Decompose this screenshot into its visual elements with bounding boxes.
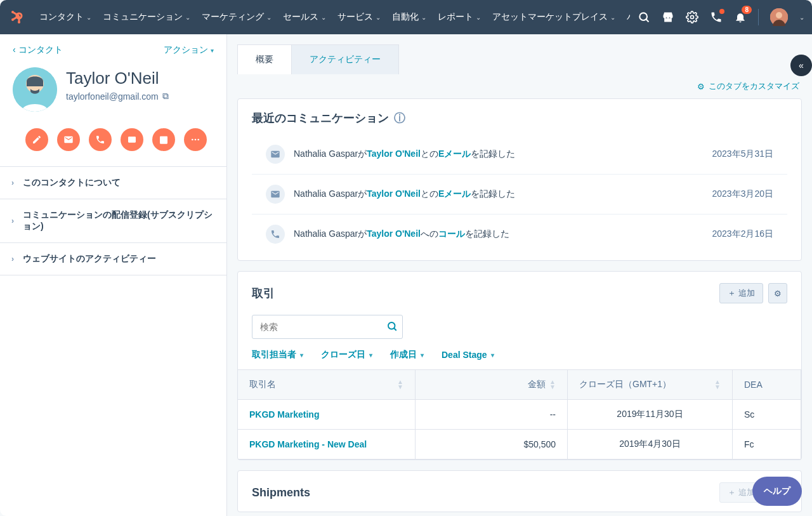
cell-amount: -- [416,400,568,430]
chevron-right-icon: › [11,178,14,187]
communication-item[interactable]: Nathalia GasparがTaylor O'NeilとのEメールを記録した… [252,135,787,174]
cell-closedate: 2019年11月30日 [568,400,733,430]
chevron-down-icon: ⌄ [86,14,91,21]
col-dealname[interactable]: 取引名▲▼ [238,370,416,400]
shipments-title: Shipments [252,486,310,499]
accordion-subscription[interactable]: ›コミュニケーションの配信登録(サブスクリプション) [0,199,226,243]
search-icon[interactable] [379,321,405,334]
cell-dealname[interactable]: PKGD Marketing [238,400,416,430]
tab-activity[interactable]: アクティビティー [292,44,399,74]
table-head: 取引名▲▼ 金額▲▼ クローズ日（GMT+1）▲▼ DEA [238,370,801,400]
filter-closedate[interactable]: クローズ日▾ [321,349,372,361]
nav-reports[interactable]: レポート⌄ [433,6,486,28]
cell-stage: Sc [733,400,801,430]
chevron-right-icon: › [11,216,14,225]
nav-marketing[interactable]: マーケティング⌄ [197,6,277,28]
log-button[interactable] [121,128,143,151]
filter-owner[interactable]: 取引担当者▾ [252,349,303,361]
communication-date: 2023年3月20日 [712,189,773,200]
main-content: 概要 アクティビティー ⚙このタブをカスタマイズ 最近のコミュニケーションⓘ N… [227,34,812,516]
nav-service[interactable]: サービス⌄ [332,6,386,28]
marketplace-icon[interactable] [662,11,674,23]
add-deal-button[interactable]: ＋追加 [719,283,763,303]
accordion-website-activity[interactable]: ›ウェブサイトのアクティビティー [0,243,226,275]
nav-marketplace[interactable]: アセットマーケットプレイス⌄ [487,6,620,28]
email-icon [266,185,285,204]
accordion-about[interactable]: ›このコンタクトについて [0,167,226,199]
svg-rect-14 [128,136,136,142]
search-icon[interactable] [638,11,650,23]
sort-icon: ▲▼ [549,380,556,390]
deal-settings-button[interactable]: ⚙ [768,283,787,303]
communication-text: Nathalia GasparがTaylor O'NeilとのEメールを記録した [294,149,712,160]
deal-search-input[interactable] [252,315,379,338]
deals-table: 取引名▲▼ 金額▲▼ クローズ日（GMT+1）▲▼ DEA PKGD Marke… [238,369,801,460]
nav-partners[interactable]: パートナー [622,6,630,28]
phone-icon[interactable] [710,11,723,23]
chevron-down-icon: ⌄ [266,14,272,21]
col-closedate[interactable]: クローズ日（GMT+1）▲▼ [568,370,733,400]
svg-line-8 [646,19,648,22]
top-nav: コンタクト⌄ コミュニケーション⌄ マーケティング⌄ セールス⌄ サービス⌄ 自… [0,0,812,34]
more-button[interactable] [184,128,207,151]
filter-createdate[interactable]: 作成日▾ [390,349,424,361]
col-amount[interactable]: 金額▲▼ [416,370,568,400]
tab-overview[interactable]: 概要 [237,44,292,74]
back-link[interactable]: ‹ コンタクト [13,44,63,56]
customize-tab-link[interactable]: ⚙このタブをカスタマイズ [697,81,799,92]
actions-dropdown[interactable]: アクション ▾ [164,44,214,56]
deals-title: 取引 [252,286,275,301]
deal-search[interactable] [252,315,403,339]
nav-sales[interactable]: セールス⌄ [278,6,331,28]
table-row: PKGD Marketing - New Deal $50,500 2019年4… [238,430,801,460]
svg-point-20 [388,322,395,329]
chevron-down-icon[interactable]: ⌄ [799,14,804,21]
collapse-panel-button[interactable]: « [790,55,812,76]
contact-profile: Taylor O'Neil taylorfoneil@gmail.com⧉ [0,61,226,123]
svg-point-5 [11,18,14,21]
svg-point-6 [18,21,20,23]
communication-text: Nathalia GasparがTaylor O'NeilとのEメールを記録した [294,189,712,200]
communications-card: 最近のコミュニケーションⓘ Nathalia GasparがTaylor O'N… [237,98,802,261]
nav-automation[interactable]: 自動化⌄ [387,6,431,28]
contact-email: taylorfoneil@gmail.com⧉ [66,91,169,102]
chevron-down-icon: ⌄ [185,14,190,21]
email-button[interactable] [57,128,80,151]
tabs: 概要 アクティビティー [237,44,802,74]
nav-icons: 8 ⌄ [638,8,804,26]
svg-rect-16 [160,136,167,138]
note-button[interactable] [25,128,48,151]
nav-communications[interactable]: コミュニケーション⌄ [98,6,195,28]
user-avatar[interactable] [770,8,788,26]
info-icon[interactable]: ⓘ [394,110,405,126]
cell-closedate: 2019年4月30日 [568,430,733,460]
phone-icon [266,225,285,244]
communication-item[interactable]: Nathalia GasparがTaylor O'Neilへのコールを記録した … [252,214,787,254]
copy-icon[interactable]: ⧉ [162,91,169,102]
communication-date: 2023年2月16日 [712,228,773,240]
communication-item[interactable]: Nathalia GasparがTaylor O'NeilとのEメールを記録した… [252,174,787,214]
gear-icon: ⚙ [774,289,782,298]
bell-icon[interactable]: 8 [734,11,747,23]
filter-dealstage[interactable]: Deal Stage▾ [442,349,494,361]
cell-stage: Fc [733,430,801,460]
help-button[interactable]: ヘルプ [752,477,802,506]
hubspot-logo-icon[interactable] [8,8,25,26]
chevron-down-icon: ⌄ [421,14,426,21]
svg-point-19 [197,139,199,141]
chevron-down-icon: ⌄ [321,14,326,21]
nav-contacts[interactable]: コンタクト⌄ [34,6,96,28]
gear-icon[interactable] [686,11,698,23]
col-dealstage[interactable]: DEA [733,370,801,400]
chevron-down-icon: ⌄ [376,14,381,21]
notif-dot [719,9,724,14]
chevron-down-icon: ⌄ [476,14,481,21]
svg-point-4 [11,11,14,13]
schedule-button[interactable] [152,128,175,151]
svg-point-18 [195,139,197,141]
contact-avatar[interactable] [13,67,57,112]
cell-dealname[interactable]: PKGD Marketing - New Deal [238,430,416,460]
sidebar: ‹ コンタクト アクション ▾ Taylor O'Neil taylorfone… [0,34,227,516]
sort-icon: ▲▼ [714,380,721,390]
call-button[interactable] [89,128,112,151]
